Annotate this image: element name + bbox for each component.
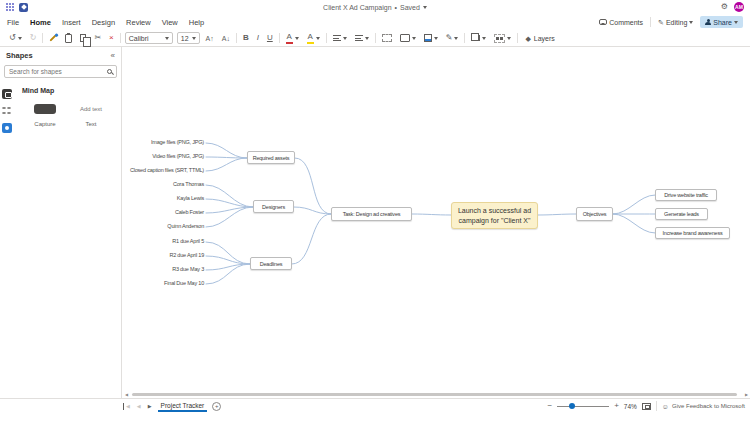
mindmap-node-designers[interactable]: Designers [253, 200, 294, 213]
avatar[interactable]: AM [734, 2, 744, 12]
scroll-right-icon[interactable]: ▶ [745, 393, 748, 397]
search-icon[interactable] [107, 69, 112, 74]
menu-view[interactable]: View [162, 18, 178, 27]
format-painter-button[interactable] [47, 32, 59, 44]
font-color-button[interactable]: A [284, 32, 301, 44]
feedback-button[interactable]: ☺ Give Feedback to Microsoft [662, 403, 745, 410]
save-status[interactable]: Saved [400, 4, 420, 11]
mindmap-node-objective-2[interactable]: Generate leads [655, 208, 708, 220]
stencil-strip [0, 81, 14, 133]
menubar: File Home Insert Design Review View Help… [0, 14, 750, 30]
chevron-down-icon [18, 37, 22, 40]
mindmap-leaf-designer-3[interactable]: Caleb Foster [175, 209, 204, 215]
page-tab-project-tracker[interactable]: Project Tracker [158, 400, 208, 412]
mindmap-leaf-deadline-1[interactable]: R1 due April 5 [172, 238, 204, 244]
zoom-level[interactable]: 74% [624, 403, 637, 410]
mindmap-node-task[interactable]: Task: Design ad creatives [331, 207, 412, 221]
clipboard-icon [65, 34, 72, 43]
mindmap-node-deadlines[interactable]: Deadlines [250, 257, 292, 270]
mindmap-leaf-asset-3[interactable]: Closed caption files (SRT, TTML) [130, 167, 204, 173]
paste-button[interactable] [63, 32, 74, 44]
text-box-button[interactable] [380, 32, 394, 44]
grow-font-button[interactable]: A↑ [204, 32, 216, 44]
stencil-more-shapes-icon[interactable] [2, 123, 12, 133]
delete-button[interactable]: × [107, 32, 116, 44]
mindmap-leaf-designer-2[interactable]: Kayla Lewis [177, 195, 204, 201]
fit-to-window-button[interactable] [642, 403, 651, 410]
arrange-button[interactable] [469, 32, 488, 44]
stencil-mindmap-icon[interactable] [2, 89, 12, 99]
settings-gear-icon[interactable]: ⚙ [721, 3, 728, 11]
zoom-in-button[interactable]: + [614, 402, 619, 410]
bold-button[interactable]: B [241, 32, 251, 44]
add-page-button[interactable]: + [212, 402, 221, 411]
chevron-down-icon [689, 21, 693, 24]
undo-button[interactable]: ↺ [7, 32, 24, 44]
drawing-canvas[interactable]: Launch a successful ad campaign for "Cli… [123, 47, 750, 398]
font-name-select[interactable]: Calibri [125, 32, 173, 44]
menu-help[interactable]: Help [189, 18, 204, 27]
bullets-button[interactable] [353, 32, 371, 44]
mindmap-leaf-deadline-2[interactable]: R2 due April 19 [169, 252, 204, 258]
underline-button[interactable]: U [265, 32, 275, 44]
shape-master-text[interactable]: Add text Text [68, 104, 114, 127]
line-color-button[interactable]: ✎ [444, 32, 461, 44]
collapse-panel-icon[interactable]: « [111, 52, 115, 60]
list-icon [355, 35, 363, 41]
zoom-slider[interactable] [557, 402, 609, 410]
menu-file[interactable]: File [7, 18, 19, 27]
group-button[interactable] [492, 32, 513, 44]
app-launcher-icon[interactable] [6, 3, 14, 11]
brush-icon [50, 34, 57, 41]
mindmap-node-objective-1[interactable]: Drive website traffic [655, 189, 717, 201]
comments-button[interactable]: Comments [599, 19, 643, 26]
shape-search-input[interactable] [9, 68, 104, 75]
shape-master-capture[interactable]: Capture [22, 104, 68, 127]
divider [464, 33, 465, 43]
mindmap-leaf-asset-2[interactable]: Video files (PNG, JPG) [152, 153, 204, 159]
prev-page-button[interactable]: ◀ [136, 403, 142, 410]
stencil-shapes-gallery-icon[interactable] [2, 106, 12, 116]
mindmap-leaf-designer-4[interactable]: Quinn Anderson [167, 223, 204, 229]
shrink-font-button[interactable]: A↓ [220, 32, 232, 44]
zoom-slider-thumb[interactable] [569, 403, 575, 409]
menu-design[interactable]: Design [92, 18, 115, 27]
menu-insert[interactable]: Insert [62, 18, 81, 27]
text-highlight-button[interactable]: A [305, 32, 322, 44]
title-caret-icon[interactable] [423, 6, 427, 9]
fill-color-button[interactable] [422, 32, 440, 44]
mindmap-leaf-designer-1[interactable]: Cora Thomas [173, 181, 204, 187]
zoom-out-button[interactable]: − [547, 402, 552, 410]
insert-shape-button[interactable] [398, 32, 418, 44]
mindmap-node-objectives[interactable]: Objectives [576, 207, 613, 221]
titlebar: Client X Ad Campaign • Saved ⚙ AM [0, 0, 750, 14]
scrollbar-thumb[interactable] [132, 393, 737, 396]
first-page-button[interactable]: ◀ [123, 403, 131, 410]
mindmap-leaf-deadline-4[interactable]: Final Due May 10 [164, 280, 204, 286]
mindmap-node-central-topic[interactable]: Launch a successful ad campaign for "Cli… [451, 202, 538, 229]
layers-stack-icon [474, 35, 480, 41]
next-page-button[interactable]: ▶ [147, 403, 153, 410]
chevron-down-icon [343, 37, 347, 40]
horizontal-scrollbar[interactable]: ◀ ▶ [123, 391, 750, 398]
scroll-left-icon[interactable]: ◀ [125, 393, 128, 397]
redo-button[interactable]: ↻ [28, 32, 39, 44]
menu-home[interactable]: Home [30, 18, 51, 27]
mindmap-leaf-asset-1[interactable]: Image files (PNG, JPG) [151, 139, 204, 145]
mindmap-node-required-assets[interactable]: Required assets [247, 151, 295, 164]
shapes-panel: Shapes « Mind Map Capture [0, 47, 122, 398]
menu-review[interactable]: Review [126, 18, 151, 27]
align-button[interactable] [331, 32, 349, 44]
editing-mode-dropdown[interactable]: ✎ Editing [658, 19, 693, 26]
layers-button[interactable]: ◆Layers [522, 32, 557, 44]
mindmap-leaf-deadline-3[interactable]: R3 due May 3 [172, 266, 204, 272]
share-button[interactable]: Share [700, 16, 743, 28]
mindmap-node-objective-3[interactable]: Increase brand awareness [655, 227, 730, 239]
chevron-down-icon [434, 37, 438, 40]
document-title[interactable]: Client X Ad Campaign [323, 4, 391, 11]
italic-button[interactable]: I [255, 32, 261, 44]
copy-button[interactable] [78, 32, 88, 44]
font-size-select[interactable]: 12 [177, 32, 200, 44]
cut-button[interactable]: ✂ [92, 32, 103, 44]
chevron-down-icon [295, 37, 299, 40]
